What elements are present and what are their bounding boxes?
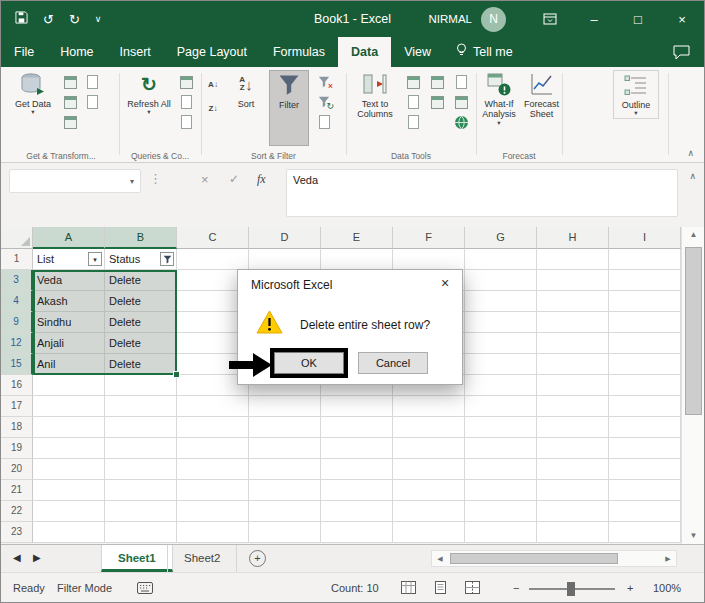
forecast-sheet-button[interactable]: Forecast Sheet [522,70,561,121]
row-header-22[interactable]: 22 [1,501,33,522]
row-header-18[interactable]: 18 [1,417,33,438]
row-header-1[interactable]: 1 [1,249,33,270]
count-status[interactable]: Count: 10 [331,573,379,603]
keyboard-icon[interactable] [137,582,153,596]
avatar[interactable]: N [481,7,506,32]
manage-data-model-icon[interactable] [452,93,470,111]
from-text-icon[interactable] [61,73,79,91]
properties-icon[interactable] [177,93,195,111]
text-to-columns-button[interactable]: Text to Columns [350,70,400,121]
what-if-analysis-button[interactable]: What-If Analysis ▾ [477,70,521,127]
collapse-ribbon-icon[interactable]: ∧ [687,148,694,158]
view-page-layout-icon[interactable] [433,581,448,596]
cell-a3[interactable]: Veda [33,270,105,291]
cell-b1[interactable]: Status [105,249,177,270]
sheet-nav-right-icon[interactable]: ▶ [33,552,41,563]
horizontal-scrollbar[interactable]: ◀ ▶ [431,550,677,567]
reapply-filter-icon[interactable]: ↻ [315,93,333,111]
row-header-15[interactable]: 15 [1,354,33,375]
flash-fill-icon[interactable] [404,73,422,91]
tab-sheet1[interactable]: Sheet1 [101,545,173,572]
scroll-right-icon[interactable]: ▶ [660,551,676,566]
recent-sources-icon[interactable] [83,93,101,111]
tab-sheet2[interactable]: Sheet2 [167,545,237,572]
name-box[interactable]: ▾ [9,169,141,193]
remove-duplicates-icon[interactable] [428,73,446,91]
zoom-out-button[interactable]: − [513,573,519,603]
scroll-left-icon[interactable]: ◀ [432,551,448,566]
minimize-button[interactable]: – [572,1,616,37]
tab-data[interactable]: Data [338,37,391,67]
sheet-nav-left-icon[interactable]: ◀ [13,552,21,563]
tab-insert[interactable]: Insert [107,37,164,67]
column-header-g[interactable]: G [465,227,537,249]
advanced-filter-icon[interactable] [315,113,333,131]
column-header-i[interactable]: I [609,227,681,249]
cell-b4[interactable]: Delete [105,291,177,312]
cell-a4[interactable]: Akash [33,291,105,312]
vertical-scrollbar[interactable]: ▲ ▼ [681,227,705,544]
edit-links-icon[interactable] [177,113,195,131]
ok-button[interactable]: OK [274,352,344,374]
cell-b3[interactable]: Delete [105,270,177,291]
view-page-break-icon[interactable] [465,581,480,596]
row-header-20[interactable]: 20 [1,459,33,480]
column-header-d[interactable]: D [249,227,321,249]
row-header-9[interactable]: 9 [1,312,33,333]
row-header-4[interactable]: 4 [1,291,33,312]
horizontal-scrollbar-thumb[interactable] [450,553,618,564]
tab-formulas[interactable]: Formulas [260,37,338,67]
scroll-down-icon[interactable]: ▼ [682,528,705,544]
from-web-icon[interactable] [83,73,101,91]
ribbon-display-options-icon[interactable] [528,1,572,37]
row-header-17[interactable]: 17 [1,396,33,417]
column-header-c[interactable]: C [177,227,249,249]
row-header-21[interactable]: 21 [1,480,33,501]
view-normal-icon[interactable] [401,581,416,596]
formula-bar-resize-handle[interactable]: ⋮ [149,171,162,186]
relationships-icon[interactable] [428,93,446,111]
zoom-in-button[interactable]: + [627,573,633,603]
refresh-all-button[interactable]: ↻ Refresh All ▾ [125,70,173,117]
add-sheet-button[interactable]: + [249,550,266,567]
tab-page-layout[interactable]: Page Layout [164,37,260,67]
tab-file[interactable]: File [1,37,47,67]
scroll-up-icon[interactable]: ▲ [682,227,705,243]
clear-filter-icon[interactable]: × [315,73,333,91]
row-header-23[interactable]: 23 [1,522,33,543]
maximize-button[interactable]: □ [616,1,660,37]
what-if-mini-icon[interactable] [404,113,422,131]
formula-input[interactable]: Veda [286,169,678,217]
data-validation-icon[interactable] [452,73,470,91]
cell-a1[interactable]: List ▾ [33,249,105,270]
from-table-icon[interactable] [61,93,79,111]
tell-me[interactable]: Tell me [444,37,525,67]
cancel-button[interactable]: Cancel [358,352,428,374]
tab-view[interactable]: View [391,37,444,67]
cancel-entry-icon[interactable]: × [201,172,209,187]
cell-b12[interactable]: Delete [105,333,177,354]
insert-function-icon[interactable]: fx [257,172,266,187]
cell-a12[interactable]: Anjali [33,333,105,354]
filter-button[interactable]: Filter [269,70,309,146]
cell-a15[interactable]: Anil [33,354,105,375]
fill-handle[interactable] [173,371,180,378]
cell-b9[interactable]: Delete [105,312,177,333]
column-header-a[interactable]: A [33,227,105,249]
outline-button[interactable]: Outline ▾ [613,70,659,119]
row-header-3[interactable]: 3 [1,270,33,291]
geography-globe-icon[interactable] [452,113,470,131]
filter-active-b1[interactable] [160,252,174,266]
consolidate-icon[interactable] [404,93,422,111]
close-button[interactable]: × [660,1,704,37]
row-header-12[interactable]: 12 [1,333,33,354]
comment-icon[interactable] [659,37,704,67]
confirm-entry-icon[interactable]: ✓ [229,172,239,186]
cell-b15[interactable]: Delete [105,354,177,375]
formula-bar-collapse-icon[interactable]: ∧ [689,171,696,181]
get-data-button[interactable]: Get Data ▾ [9,70,57,117]
zoom-slider-thumb[interactable] [567,582,575,596]
dialog-close-icon[interactable]: × [428,270,462,296]
sort-descending-icon[interactable]: Z↓ [204,99,222,117]
row-header-16[interactable]: 16 [1,375,33,396]
